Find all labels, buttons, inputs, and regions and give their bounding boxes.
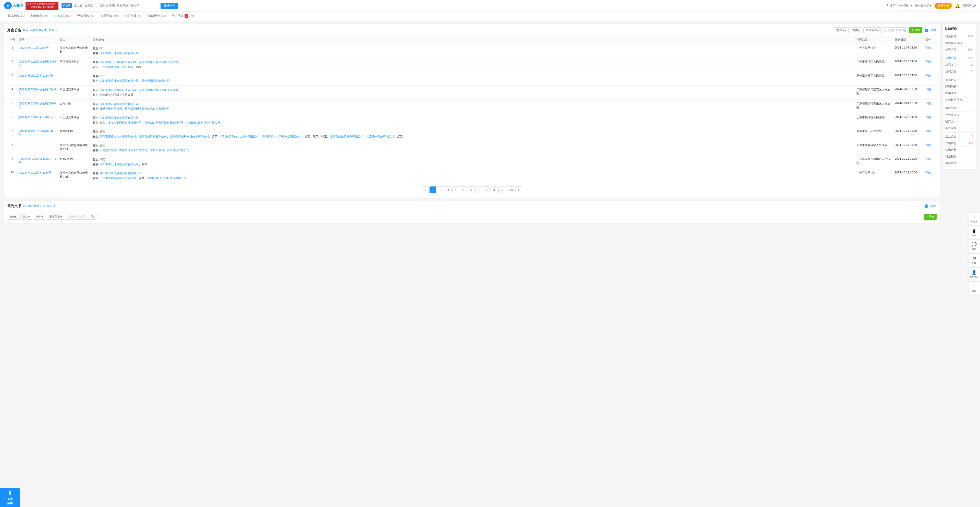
sidebar-item[interactable]: 外管查询人 — [945, 112, 974, 118]
page-9[interactable]: 9 — [491, 187, 497, 193]
download-app-btn[interactable]: ⬇ 下载 APP — [0, 488, 20, 507]
vip-button[interactable]: 开通会员 — [935, 3, 952, 9]
sub-nav-item-basic[interactable]: 基本信息322 — [5, 11, 27, 21]
cell-action[interactable]: 详情 — [924, 155, 937, 169]
sidebar-item[interactable]: 涉诉关系 999+ — [945, 46, 974, 53]
sidebar-item[interactable]: 立案信息 256 — [945, 140, 974, 147]
nav-link-boss[interactable]: 查老板 — [73, 3, 83, 8]
page-10[interactable]: 10 — [498, 187, 505, 193]
cell-action[interactable]: 详情 — [924, 169, 937, 183]
cell-case-number[interactable]: (2024) 粤0305民诉前调23680号 — [18, 99, 58, 113]
page-8[interactable]: 8 — [483, 187, 490, 193]
cell-action[interactable]: 详情 — [924, 99, 937, 113]
search-input[interactable] — [98, 2, 159, 9]
sidebar-item[interactable]: 终本案件 — [945, 90, 974, 97]
nav-link-company[interactable]: 商公司 — [62, 3, 72, 8]
bell-icon[interactable]: 🔔 — [955, 3, 960, 8]
cell-action[interactable]: 详情 — [924, 127, 937, 141]
back-top-btn[interactable]: ↑ 顶部 — [968, 281, 980, 295]
cell-case-number[interactable]: (2024) 粤0192民9234号 — [18, 44, 58, 58]
cell-case-number[interactable]: (2024) 粤0112民诉前调32470号 — [18, 58, 58, 72]
sidebar-item[interactable]: 被执行人 — [945, 77, 974, 83]
enterprise-menu[interactable]: 企业级产品 ▾ — [915, 4, 932, 8]
sidebar-item[interactable]: 法院公告 78 — [945, 68, 974, 75]
cell-court: 广东省深圳市宝安区人民法院 — [855, 86, 893, 99]
sub-nav-item-development[interactable]: 公司发展999+ — [122, 11, 145, 21]
search-box-area[interactable]: 点击进行搜索 🔍 — [882, 27, 908, 33]
wechat-btn[interactable]: 💬 微信 — [968, 239, 980, 253]
cell-court: 广东省深圳市南山区人民法院 — [855, 99, 893, 113]
sub-nav-item-history[interactable]: 历史信息 新 999+ — [169, 11, 197, 21]
mini-program-btn[interactable]: ♪ 小程序 — [968, 212, 980, 226]
cell-action[interactable]: 详情 — [924, 113, 937, 127]
section2-history-link[interactable]: 历史裁判文书 5000++ — [28, 204, 55, 208]
sub-nav-item-ip[interactable]: 知识产权999+ — [145, 11, 169, 21]
sidebar-item[interactable]: 破产人 — [945, 118, 974, 125]
app-download-btn[interactable]: 📱 APP — [968, 226, 980, 239]
cell-action[interactable]: 详情 — [924, 44, 937, 58]
sidebar-item-label: 开庭公告 — [945, 56, 956, 60]
sidebar-item[interactable]: 失信被执行人 — [945, 97, 974, 103]
search-box-section2[interactable]: 点击进行搜索 🔍 — [66, 214, 97, 220]
page-2[interactable]: 2 — [437, 187, 444, 193]
page-6[interactable]: 6 — [468, 187, 474, 193]
cell-action[interactable]: 详情 — [924, 141, 937, 155]
sidebar-item[interactable]: 限制消费令 — [945, 83, 974, 90]
export-button-section2[interactable]: ⬇ 导出 — [924, 214, 937, 220]
page-next[interactable]: › — [515, 187, 522, 193]
cell-case-number[interactable]: (2024) 苏0591民初12144号 — [18, 72, 58, 85]
filter-more[interactable]: 更多筛选▾ — [47, 214, 64, 220]
partners-menu[interactable]: 合作通道 ▾ — [899, 4, 912, 8]
search-button[interactable]: 天眼一下 — [161, 3, 178, 9]
export-button[interactable]: ⬇ 导出 — [909, 27, 922, 33]
page-ellipsis[interactable]: ...96 — [506, 187, 514, 193]
cell-case-number[interactable]: (2024) 沪0110民初14408号 — [18, 113, 58, 127]
filter-identity[interactable]: 身份▾ — [7, 214, 19, 220]
page-1[interactable]: 1 — [430, 187, 436, 193]
sidebar-item-count: 256 — [969, 142, 974, 145]
cell-action[interactable]: 详情 — [924, 72, 937, 85]
sidebar-item[interactable]: 深度风险分析 — [945, 40, 974, 46]
cell-case-number[interactable]: (2024) 粤0306民诉前调18048号 — [18, 86, 58, 99]
cell-action[interactable]: 详情 — [924, 86, 937, 99]
cell-party: 原告-卢某被告-深圳市腾讯计算机系统有限公司、张某 — [91, 155, 855, 169]
page-4[interactable]: 4 — [452, 187, 459, 193]
cell-cause: 不正当竞争纠纷 — [58, 86, 91, 99]
filter-cause[interactable]: 案由▾ — [850, 27, 862, 33]
page-3[interactable]: 3 — [445, 187, 452, 193]
cell-case-number[interactable]: (2024) 粤0192民初2334号 — [18, 169, 58, 183]
sidebar-item[interactable]: 开庭公告 951 — [945, 55, 974, 62]
filter-year[interactable]: 案件年份▾ — [863, 27, 881, 33]
cell-court: 苏州工业园区人民法院 — [855, 72, 893, 85]
sidebar-item[interactable]: 裁判文书 27 — [945, 62, 974, 68]
user-menu[interactable]: 阿阿阿... ▾ — [963, 4, 976, 8]
sidebar-item[interactable]: 司法协助 — [945, 160, 974, 167]
history-link[interactable]: 历史开庭公告 5000++ — [30, 28, 57, 32]
page-5[interactable]: 5 — [460, 187, 467, 193]
filter-cause2[interactable]: 案由▾ — [21, 214, 32, 220]
logo-area[interactable]: 眼 天眼查 — [4, 2, 24, 10]
cell-case-number[interactable]: (2023) 粤0305民诉前调35784号 — [18, 155, 58, 169]
cell-date: 2024-10-24 10:00 — [893, 99, 924, 113]
nav-link-relation[interactable]: 查关系 — [84, 3, 94, 8]
sub-nav-item-operation[interactable]: 经营信息999+ — [98, 11, 122, 21]
sub-nav-item-listing[interactable]: 上市信息999+ — [27, 11, 51, 21]
page-7[interactable]: 7 — [476, 187, 482, 193]
sub-nav-item-risk[interactable]: 经营风险999+ — [75, 11, 98, 21]
sidebar-item[interactable]: 知识产权 — [945, 147, 974, 153]
help-center-btn[interactable]: 👤 有帮中心 — [968, 268, 980, 281]
cell-case-number[interactable]: - — [18, 141, 58, 155]
sidebar-item[interactable]: 案件流程 — [945, 125, 974, 132]
filter-year2[interactable]: 年份▾ — [34, 214, 45, 220]
feedback-btn[interactable]: ✉ 反馈 — [968, 254, 980, 267]
cell-case-number[interactable]: (2024) 粤1971民诉前调45091号 — [18, 127, 58, 141]
sidebar-item[interactable]: 司法拍卖 — [945, 153, 974, 160]
sidebar-item[interactable]: 股权冻结 — [945, 105, 974, 112]
sub-nav-item-legal[interactable]: 法律诉讼999+ — [51, 11, 75, 21]
sidebar-item[interactable]: 司法案件 999+ — [945, 33, 974, 40]
page-prev[interactable]: ‹ — [422, 187, 428, 193]
apps-menu[interactable]: ⋮⋮ 应用 — [882, 3, 896, 8]
sidebar-item[interactable]: 送达公告 2 — [945, 133, 974, 140]
cell-action[interactable]: 详情 — [924, 58, 937, 72]
filter-case-number[interactable]: 案件号▾ — [834, 27, 849, 33]
